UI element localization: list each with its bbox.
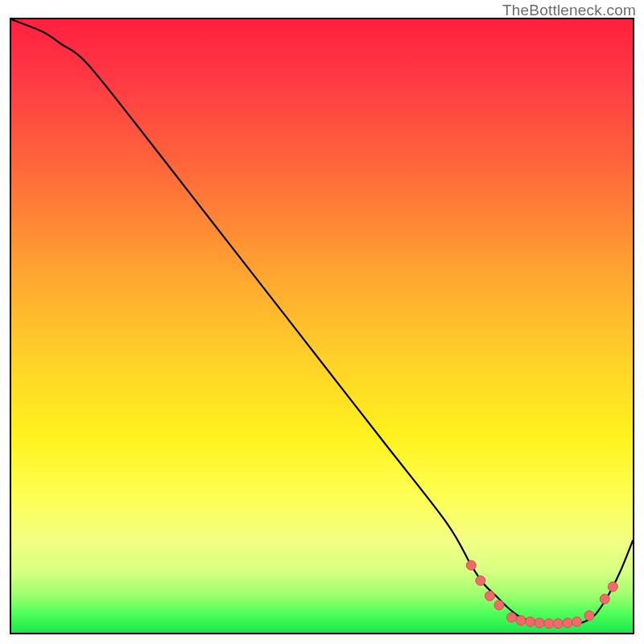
curve-marker-13 bbox=[600, 594, 609, 604]
curve-marker-4 bbox=[506, 613, 516, 622]
curve-marker-group bbox=[466, 560, 617, 628]
curve-marker-1 bbox=[476, 576, 485, 585]
curve-marker-8 bbox=[544, 619, 554, 629]
curve-marker-0 bbox=[466, 560, 476, 570]
curve-marker-9 bbox=[553, 619, 563, 629]
curve-marker-6 bbox=[526, 617, 535, 626]
curve-marker-3 bbox=[494, 601, 504, 610]
curve-marker-5 bbox=[516, 616, 526, 625]
bottleneck-curve-path bbox=[11, 19, 633, 624]
curve-marker-14 bbox=[608, 582, 617, 592]
bottleneck-curve-svg bbox=[11, 19, 633, 633]
curve-marker-2 bbox=[485, 591, 494, 601]
watermark-text: TheBottleneck.com bbox=[502, 2, 636, 19]
curve-marker-11 bbox=[572, 617, 582, 626]
plot-area bbox=[10, 18, 634, 634]
chart-stage: TheBottleneck.com bbox=[0, 0, 644, 644]
curve-marker-10 bbox=[563, 618, 572, 628]
curve-marker-7 bbox=[535, 618, 544, 628]
curve-marker-12 bbox=[584, 611, 594, 621]
